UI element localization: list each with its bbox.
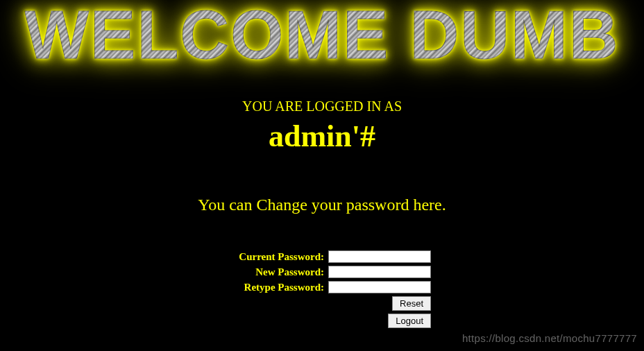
retype-password-label: Retype Password:	[244, 282, 324, 293]
new-password-input[interactable]	[328, 266, 431, 278]
main-content: YOU ARE LOGGED IN AS admin'# You can Cha…	[0, 99, 644, 214]
current-password-input[interactable]	[328, 250, 431, 263]
password-form: Current Password: New Password: Retype P…	[213, 250, 431, 328]
retype-password-row: Retype Password:	[213, 281, 431, 293]
logout-button[interactable]: Logout	[388, 314, 431, 328]
banner-title: WELCOME DUMB	[25, 1, 620, 69]
new-password-label: New Password:	[255, 266, 324, 278]
current-password-row: Current Password:	[213, 250, 431, 263]
logged-in-as-label: YOU ARE LOGGED IN AS	[0, 99, 644, 114]
change-password-message: You can Change your password here.	[0, 196, 644, 214]
source-watermark: https://blog.csdn.net/mochu7777777	[462, 332, 637, 344]
current-password-label: Current Password:	[239, 251, 324, 263]
banner: WELCOME DUMB	[0, 0, 644, 69]
retype-password-input[interactable]	[328, 281, 431, 293]
reset-button[interactable]: Reset	[392, 296, 431, 311]
new-password-row: New Password:	[213, 266, 431, 278]
logged-in-username: admin'#	[0, 119, 644, 154]
